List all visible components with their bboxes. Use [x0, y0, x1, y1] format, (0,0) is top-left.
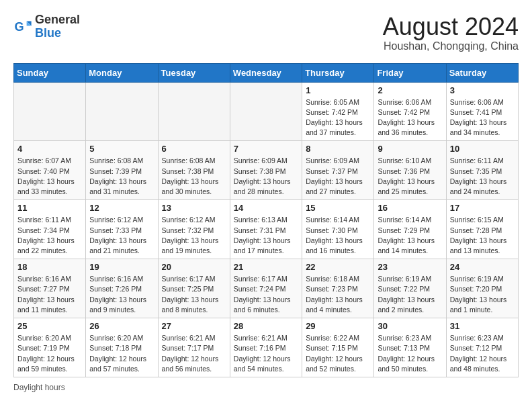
calendar-cell: 6Sunrise: 6:08 AM Sunset: 7:38 PM Daylig…: [158, 141, 230, 200]
day-info: Sunrise: 6:19 AM Sunset: 7:20 PM Dayligh…: [450, 274, 515, 315]
weekday-header-thursday: Thursday: [302, 63, 374, 82]
day-number: 2: [378, 85, 442, 95]
calendar-cell: 12Sunrise: 6:12 AM Sunset: 7:33 PM Dayli…: [86, 200, 158, 259]
day-info: Sunrise: 6:21 AM Sunset: 7:16 PM Dayligh…: [234, 333, 298, 374]
day-number: 28: [234, 321, 298, 331]
logo: G General Blue: [13, 13, 80, 40]
weekday-header-tuesday: Tuesday: [158, 63, 230, 82]
day-number: 20: [162, 262, 226, 272]
calendar-cell: 14Sunrise: 6:13 AM Sunset: 7:31 PM Dayli…: [230, 200, 302, 259]
day-info: Sunrise: 6:23 AM Sunset: 7:13 PM Dayligh…: [378, 333, 442, 374]
day-info: Sunrise: 6:05 AM Sunset: 7:42 PM Dayligh…: [306, 97, 370, 138]
day-number: 16: [378, 203, 442, 213]
calendar-cell: 18Sunrise: 6:16 AM Sunset: 7:27 PM Dayli…: [14, 259, 86, 318]
calendar-cell: 19Sunrise: 6:16 AM Sunset: 7:26 PM Dayli…: [86, 259, 158, 318]
weekday-header-friday: Friday: [374, 63, 446, 82]
calendar-cell: 16Sunrise: 6:14 AM Sunset: 7:29 PM Dayli…: [374, 200, 446, 259]
day-info: Sunrise: 6:18 AM Sunset: 7:23 PM Dayligh…: [306, 274, 370, 315]
logo-icon: G: [13, 17, 32, 36]
day-info: Sunrise: 6:21 AM Sunset: 7:17 PM Dayligh…: [162, 333, 226, 374]
day-number: 8: [306, 144, 370, 154]
day-number: 6: [162, 144, 226, 154]
weekday-header-wednesday: Wednesday: [230, 63, 302, 82]
day-number: 17: [450, 203, 515, 213]
calendar-cell: 13Sunrise: 6:12 AM Sunset: 7:32 PM Dayli…: [158, 200, 230, 259]
calendar-cell: 2Sunrise: 6:06 AM Sunset: 7:42 PM Daylig…: [374, 82, 446, 141]
calendar-cell: 3Sunrise: 6:06 AM Sunset: 7:41 PM Daylig…: [446, 82, 518, 141]
day-info: Sunrise: 6:10 AM Sunset: 7:36 PM Dayligh…: [378, 156, 442, 197]
day-info: Sunrise: 6:09 AM Sunset: 7:38 PM Dayligh…: [234, 156, 298, 197]
day-info: Sunrise: 6:11 AM Sunset: 7:35 PM Dayligh…: [450, 156, 515, 197]
calendar-cell: 26Sunrise: 6:20 AM Sunset: 7:18 PM Dayli…: [86, 318, 158, 377]
calendar-cell: 23Sunrise: 6:19 AM Sunset: 7:22 PM Dayli…: [374, 259, 446, 318]
calendar-cell: 21Sunrise: 6:17 AM Sunset: 7:24 PM Dayli…: [230, 259, 302, 318]
day-info: Sunrise: 6:19 AM Sunset: 7:22 PM Dayligh…: [378, 274, 442, 315]
day-number: 14: [234, 203, 298, 213]
calendar-table: SundayMondayTuesdayWednesdayThursdayFrid…: [13, 63, 519, 377]
calendar-cell: 27Sunrise: 6:21 AM Sunset: 7:17 PM Dayli…: [158, 318, 230, 377]
calendar-subtitle: Houshan, Chongqing, China: [383, 40, 519, 52]
calendar-cell: 7Sunrise: 6:09 AM Sunset: 7:38 PM Daylig…: [230, 141, 302, 200]
calendar-title: August 2024: [383, 13, 519, 40]
daylight-label: Daylight hours: [13, 383, 65, 392]
calendar-cell: 31Sunrise: 6:23 AM Sunset: 7:12 PM Dayli…: [446, 318, 518, 377]
day-number: 19: [89, 262, 154, 272]
calendar-cell: 29Sunrise: 6:22 AM Sunset: 7:15 PM Dayli…: [302, 318, 374, 377]
calendar-week-1: 1Sunrise: 6:05 AM Sunset: 7:42 PM Daylig…: [14, 82, 519, 141]
day-info: Sunrise: 6:06 AM Sunset: 7:42 PM Dayligh…: [378, 97, 442, 138]
day-number: 23: [378, 262, 442, 272]
calendar-cell: 30Sunrise: 6:23 AM Sunset: 7:13 PM Dayli…: [374, 318, 446, 377]
calendar-cell: 4Sunrise: 6:07 AM Sunset: 7:40 PM Daylig…: [14, 141, 86, 200]
day-info: Sunrise: 6:15 AM Sunset: 7:28 PM Dayligh…: [450, 215, 515, 256]
day-number: 9: [378, 144, 442, 154]
day-info: Sunrise: 6:17 AM Sunset: 7:24 PM Dayligh…: [234, 274, 298, 315]
day-number: 21: [234, 262, 298, 272]
day-number: 31: [450, 321, 515, 331]
title-area: August 2024 Houshan, Chongqing, China: [383, 13, 519, 52]
calendar-cell: [14, 82, 86, 141]
day-info: Sunrise: 6:16 AM Sunset: 7:26 PM Dayligh…: [89, 274, 154, 315]
day-number: 5: [89, 144, 154, 154]
day-info: Sunrise: 6:12 AM Sunset: 7:32 PM Dayligh…: [162, 215, 226, 256]
day-info: Sunrise: 6:14 AM Sunset: 7:29 PM Dayligh…: [378, 215, 442, 256]
calendar-week-3: 11Sunrise: 6:11 AM Sunset: 7:34 PM Dayli…: [14, 200, 519, 259]
svg-text:G: G: [14, 19, 24, 33]
calendar-cell: [86, 82, 158, 141]
day-info: Sunrise: 6:14 AM Sunset: 7:30 PM Dayligh…: [306, 215, 370, 256]
day-number: 4: [17, 144, 82, 154]
day-info: Sunrise: 6:08 AM Sunset: 7:39 PM Dayligh…: [89, 156, 154, 197]
calendar-cell: 24Sunrise: 6:19 AM Sunset: 7:20 PM Dayli…: [446, 259, 518, 318]
calendar-cell: 20Sunrise: 6:17 AM Sunset: 7:25 PM Dayli…: [158, 259, 230, 318]
calendar-week-4: 18Sunrise: 6:16 AM Sunset: 7:27 PM Dayli…: [14, 259, 519, 318]
logo-general-text: General: [35, 13, 80, 27]
footer-note: Daylight hours: [13, 383, 519, 392]
calendar-week-2: 4Sunrise: 6:07 AM Sunset: 7:40 PM Daylig…: [14, 141, 519, 200]
day-number: 3: [450, 85, 515, 95]
calendar-cell: 25Sunrise: 6:20 AM Sunset: 7:19 PM Dayli…: [14, 318, 86, 377]
day-info: Sunrise: 6:08 AM Sunset: 7:38 PM Dayligh…: [162, 156, 226, 197]
calendar-cell: 15Sunrise: 6:14 AM Sunset: 7:30 PM Dayli…: [302, 200, 374, 259]
calendar-cell: 5Sunrise: 6:08 AM Sunset: 7:39 PM Daylig…: [86, 141, 158, 200]
calendar-cell: 17Sunrise: 6:15 AM Sunset: 7:28 PM Dayli…: [446, 200, 518, 259]
calendar-cell: 9Sunrise: 6:10 AM Sunset: 7:36 PM Daylig…: [374, 141, 446, 200]
day-number: 7: [234, 144, 298, 154]
weekday-header-sunday: Sunday: [14, 63, 86, 82]
day-number: 15: [306, 203, 370, 213]
calendar-cell: 11Sunrise: 6:11 AM Sunset: 7:34 PM Dayli…: [14, 200, 86, 259]
day-number: 26: [89, 321, 154, 331]
calendar-cell: 22Sunrise: 6:18 AM Sunset: 7:23 PM Dayli…: [302, 259, 374, 318]
day-info: Sunrise: 6:13 AM Sunset: 7:31 PM Dayligh…: [234, 215, 298, 256]
calendar-cell: 8Sunrise: 6:09 AM Sunset: 7:37 PM Daylig…: [302, 141, 374, 200]
day-number: 13: [162, 203, 226, 213]
day-info: Sunrise: 6:06 AM Sunset: 7:41 PM Dayligh…: [450, 97, 515, 138]
day-number: 22: [306, 262, 370, 272]
day-number: 25: [17, 321, 82, 331]
page-header: G General Blue August 2024 Houshan, Chon…: [13, 13, 519, 52]
day-number: 27: [162, 321, 226, 331]
day-number: 1: [306, 85, 370, 95]
day-info: Sunrise: 6:22 AM Sunset: 7:15 PM Dayligh…: [306, 333, 370, 374]
logo-blue-text: Blue: [35, 27, 80, 40]
day-info: Sunrise: 6:09 AM Sunset: 7:37 PM Dayligh…: [306, 156, 370, 197]
day-info: Sunrise: 6:17 AM Sunset: 7:25 PM Dayligh…: [162, 274, 226, 315]
day-info: Sunrise: 6:07 AM Sunset: 7:40 PM Dayligh…: [17, 156, 82, 197]
